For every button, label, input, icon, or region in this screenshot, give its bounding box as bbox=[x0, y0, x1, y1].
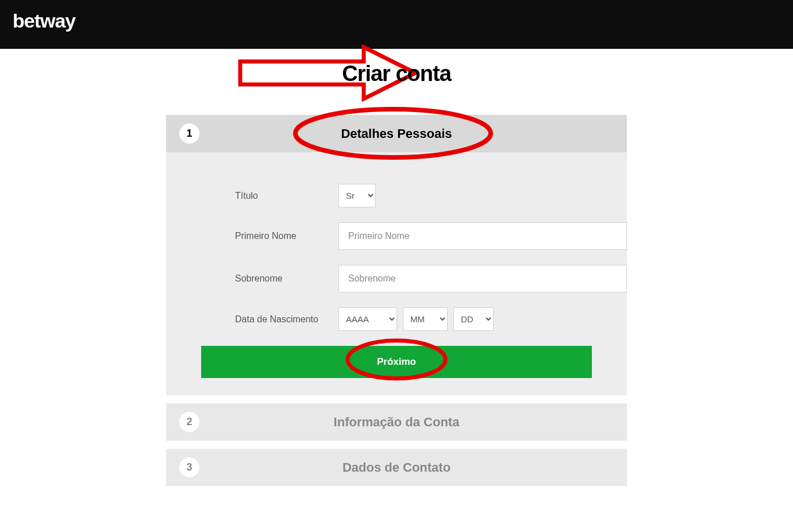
first-name-input[interactable] bbox=[338, 222, 627, 250]
first-name-label: Primeiro Nome bbox=[235, 231, 338, 241]
step-3-title: Dados de Contato bbox=[179, 460, 614, 475]
step-1-title: Detalhes Pessoais bbox=[179, 126, 614, 141]
dob-month-select[interactable]: MM bbox=[403, 307, 448, 331]
step-2-title: Informação da Conta bbox=[179, 415, 614, 430]
dob-year-select[interactable]: AAAA bbox=[338, 307, 397, 331]
step-1-header: 1 Detalhes Pessoais bbox=[166, 115, 627, 152]
dob-day-select[interactable]: DD bbox=[453, 307, 494, 331]
svg-text:betway: betway bbox=[13, 10, 76, 32]
step-3-header[interactable]: 3 Dados de Contato bbox=[166, 449, 627, 486]
title-row: Título Sr bbox=[166, 184, 627, 207]
last-name-input[interactable] bbox=[338, 265, 627, 292]
dob-label: Data de Nascimento bbox=[235, 314, 338, 325]
next-button-label: Próximo bbox=[377, 356, 416, 367]
title-label: Título bbox=[235, 191, 338, 201]
first-name-row: Primeiro Nome bbox=[166, 222, 627, 250]
site-header: betway bbox=[0, 0, 793, 49]
title-select[interactable]: Sr bbox=[338, 184, 376, 207]
next-button[interactable]: Próximo bbox=[201, 346, 592, 378]
step-1-body: Título Sr Primeiro Nome Sobrenome Data d… bbox=[166, 152, 627, 395]
betway-logo: betway bbox=[13, 10, 93, 38]
last-name-row: Sobrenome bbox=[166, 265, 627, 292]
step-2-header[interactable]: 2 Informação da Conta bbox=[166, 403, 627, 441]
last-name-label: Sobrenome bbox=[235, 273, 338, 284]
dob-row: Data de Nascimento AAAA MM DD bbox=[166, 307, 627, 331]
page-title: Criar conta bbox=[0, 61, 793, 86]
form-container: 1 Detalhes Pessoais Título Sr Primeiro N… bbox=[166, 115, 627, 486]
